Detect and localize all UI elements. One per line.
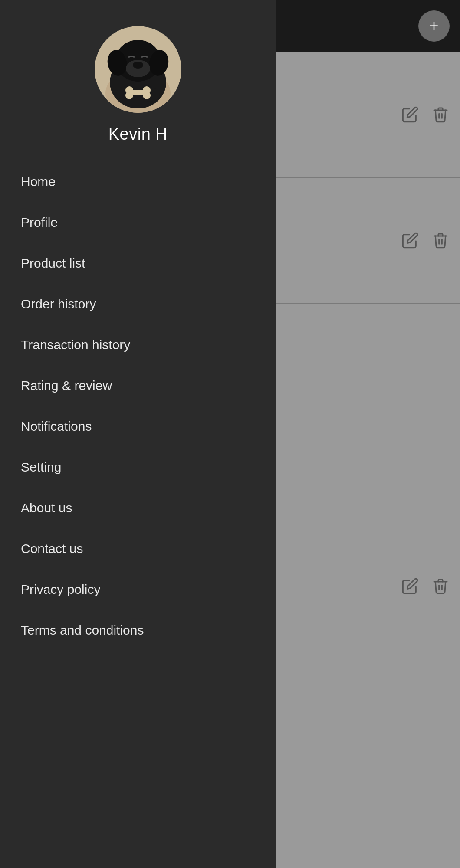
right-panel: +	[276, 0, 460, 868]
edit-button[interactable]	[399, 575, 421, 597]
sidebar-item-notifications[interactable]: Notifications	[0, 406, 276, 447]
svg-point-7	[133, 62, 143, 69]
edit-button[interactable]	[399, 104, 421, 125]
trash-icon	[432, 577, 449, 595]
nav-item-label: Order history	[21, 297, 96, 311]
row-actions	[399, 104, 451, 125]
nav-item-label: Home	[21, 174, 56, 189]
trash-icon	[432, 106, 449, 123]
delete-button[interactable]	[430, 575, 451, 597]
nav-item-label: Terms and conditions	[21, 623, 144, 638]
pencil-icon	[401, 232, 419, 249]
sidebar: Kevin H HomeProfileProduct listOrder his…	[0, 0, 276, 868]
user-name: Kevin H	[108, 125, 168, 144]
svg-point-14	[143, 92, 151, 99]
svg-point-12	[125, 92, 133, 99]
sidebar-nav: HomeProfileProduct listOrder historyTran…	[0, 157, 276, 868]
sidebar-item-profile[interactable]: Profile	[0, 202, 276, 243]
nav-item-label: Product list	[21, 256, 85, 271]
pencil-icon	[401, 577, 419, 595]
trash-icon	[432, 232, 449, 249]
avatar	[95, 26, 181, 113]
sidebar-header: Kevin H	[0, 0, 276, 157]
add-button[interactable]: +	[418, 10, 450, 42]
sidebar-item-terms-conditions[interactable]: Terms and conditions	[0, 610, 276, 651]
pencil-icon	[401, 106, 419, 123]
list-container	[276, 52, 460, 868]
list-row	[276, 304, 460, 868]
sidebar-item-order-history[interactable]: Order history	[0, 284, 276, 324]
sidebar-item-rating-review[interactable]: Rating & review	[0, 365, 276, 406]
sidebar-item-about-us[interactable]: About us	[0, 488, 276, 528]
row-actions	[399, 575, 451, 597]
sidebar-item-privacy-policy[interactable]: Privacy policy	[0, 569, 276, 610]
nav-item-label: Rating & review	[21, 378, 112, 393]
nav-item-label: About us	[21, 501, 72, 515]
delete-button[interactable]	[430, 104, 451, 125]
delete-button[interactable]	[430, 229, 451, 251]
row-actions	[399, 229, 451, 251]
nav-item-label: Notifications	[21, 419, 92, 434]
nav-item-label: Contact us	[21, 541, 83, 556]
sidebar-item-product-list[interactable]: Product list	[0, 243, 276, 284]
plus-icon: +	[429, 17, 438, 35]
avatar-image	[95, 26, 181, 113]
nav-item-label: Profile	[21, 215, 58, 230]
nav-item-label: Transaction history	[21, 337, 130, 352]
nav-item-label: Privacy policy	[21, 582, 100, 597]
nav-item-label: Setting	[21, 460, 61, 475]
sidebar-item-setting[interactable]: Setting	[0, 447, 276, 488]
sidebar-item-contact-us[interactable]: Contact us	[0, 528, 276, 569]
sidebar-item-transaction-history[interactable]: Transaction history	[0, 324, 276, 365]
sidebar-item-home[interactable]: Home	[0, 161, 276, 202]
list-row	[276, 178, 460, 304]
list-row	[276, 52, 460, 178]
edit-button[interactable]	[399, 229, 421, 251]
top-bar: +	[276, 0, 460, 52]
